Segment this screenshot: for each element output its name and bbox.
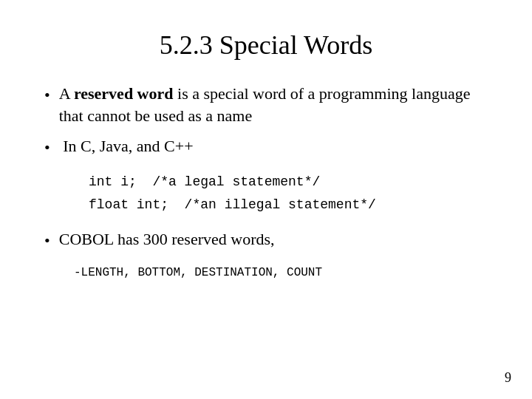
slide: 5.2.3 Special Words • A reserved word is… — [0, 0, 532, 399]
bullet-2: • In C, Java, and C++ — [44, 135, 488, 159]
bullet-text-1: A reserved word is a special word of a p… — [59, 83, 488, 126]
bullet-dot-1: • — [44, 84, 50, 106]
code-line-2: float int; /*an illegal statement*/ — [89, 195, 488, 215]
page-number: 9 — [505, 370, 511, 386]
bullet-dot-2: • — [44, 137, 50, 159]
bullet-dot-3: • — [44, 230, 50, 252]
slide-content: • A reserved word is a special word of a… — [44, 83, 488, 377]
code-line-1: int i; /*a legal statement*/ — [89, 172, 488, 192]
slide-title: 5.2.3 Special Words — [44, 30, 488, 61]
bullet-1: • A reserved word is a special word of a… — [44, 83, 488, 126]
code-block: int i; /*a legal statement*/ float int; … — [89, 172, 488, 215]
reserved-word-bold: reserved word — [74, 84, 174, 103]
cobol-code-block: -LENGTH, BOTTOM, DESTINATION, COUNT — [74, 264, 488, 282]
bullet-text-3: COBOL has 300 reserved words, — [59, 228, 488, 250]
bullet-text-2: In C, Java, and C++ — [59, 135, 488, 157]
bullet-3: • COBOL has 300 reserved words, — [44, 228, 488, 252]
